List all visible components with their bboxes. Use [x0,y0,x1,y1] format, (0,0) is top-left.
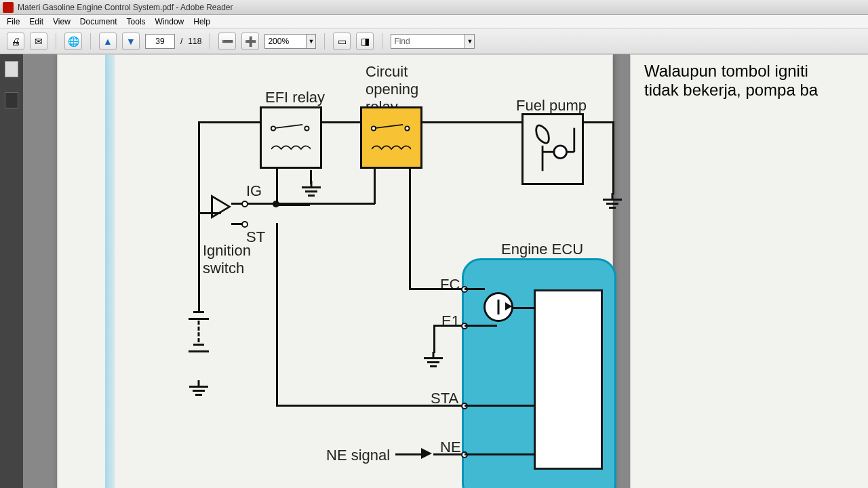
ground-icon [601,193,623,209]
microprocessor-block [534,289,603,470]
pdf-icon [3,2,14,13]
bookmarks-panel-icon[interactable] [5,92,18,108]
menu-window[interactable]: Window [155,17,184,26]
ne-signal-label: NE signal [326,447,390,464]
separator [210,33,210,49]
arrow-right-icon [421,448,432,459]
ignition-switch-label: Ignition switch [203,242,251,277]
svg-point-5 [405,127,409,131]
e1-label: E1 [441,312,460,330]
window-title: Materi Gasoline Engine Control System.pd… [18,3,233,12]
workspace: EFI relay Circuit opening relay Fuel pum… [0,54,868,488]
fit-page-button[interactable]: ▭ [333,33,351,50]
menu-bar: File Edit View Document Tools Window Hel… [0,15,868,28]
find-dropdown[interactable]: ▼ [465,34,475,49]
transistor-arrow-icon [505,302,512,310]
menu-file[interactable]: File [7,17,20,26]
ground-icon [422,352,444,368]
ignition-key-icon [211,195,231,219]
separator [90,33,91,49]
toolbar: 🖨 ✉ 🌐 ▲ ▼ 39 / 118 ➖ ➕ 200% ▼ ▭ ◨ Find ▼ [0,28,868,54]
svg-line-1 [275,125,302,128]
slide-text-line: Walaupun tombol igniti [644,62,868,81]
page-number-input[interactable]: 39 [145,34,175,49]
zoom-out-button[interactable]: ➖ [218,33,236,50]
efi-relay-label: EFI relay [265,89,325,106]
menu-document[interactable]: Document [80,17,117,26]
svg-point-2 [304,127,309,131]
zoom-dropdown[interactable]: ▼ [307,34,316,49]
circuit-terminal [241,201,248,207]
circuit-opening-relay [360,106,422,169]
page-total: 118 [188,37,201,46]
document-area[interactable]: EFI relay Circuit opening relay Fuel pum… [23,54,868,488]
fit-width-button[interactable]: ◨ [356,33,374,50]
print-button[interactable]: 🖨 [7,33,24,50]
navigation-sidebar [0,54,23,488]
circuit-diagram: EFI relay Circuit opening relay Fuel pum… [105,55,627,488]
page-up-button[interactable]: ▲ [99,33,117,50]
find-input[interactable]: Find [391,34,465,49]
pdf-page: EFI relay Circuit opening relay Fuel pum… [57,54,613,488]
page-down-button[interactable]: ▼ [122,33,140,50]
web-button[interactable]: 🌐 [64,33,82,50]
slide-text-line: tidak bekerja, pompa ba [644,81,868,100]
pages-panel-icon[interactable] [5,61,18,77]
engine-ecu-label: Engine ECU [501,241,583,258]
zoom-input[interactable]: 200% [264,34,307,49]
separator [382,33,382,49]
menu-tools[interactable]: Tools [127,17,146,26]
separator [324,33,325,49]
zoom-in-button[interactable]: ➕ [241,33,259,50]
fuel-pump-label: Fuel pump [516,97,587,115]
svg-point-0 [271,127,275,131]
efi-relay [260,106,322,169]
pdf-next-page-fragment: Walaupun tombol igniti tidak bekerja, po… [630,54,868,488]
title-bar: Materi Gasoline Engine Control System.pd… [0,0,868,15]
email-button[interactable]: ✉ [30,33,47,50]
fc-label: FC [440,276,460,293]
svg-point-3 [372,127,376,131]
menu-help[interactable]: Help [193,17,210,26]
menu-edit[interactable]: Edit [29,17,43,26]
separator [56,33,56,49]
battery-icon [188,311,210,372]
ig-label: IG [246,182,262,200]
ground-icon [188,380,210,396]
fuel-pump [521,113,584,185]
page-separator: / [180,37,182,46]
circuit-node [273,201,279,207]
svg-line-4 [376,125,403,128]
svg-point-7 [554,146,567,159]
circuit-terminal [241,221,248,228]
menu-view[interactable]: View [53,17,71,26]
